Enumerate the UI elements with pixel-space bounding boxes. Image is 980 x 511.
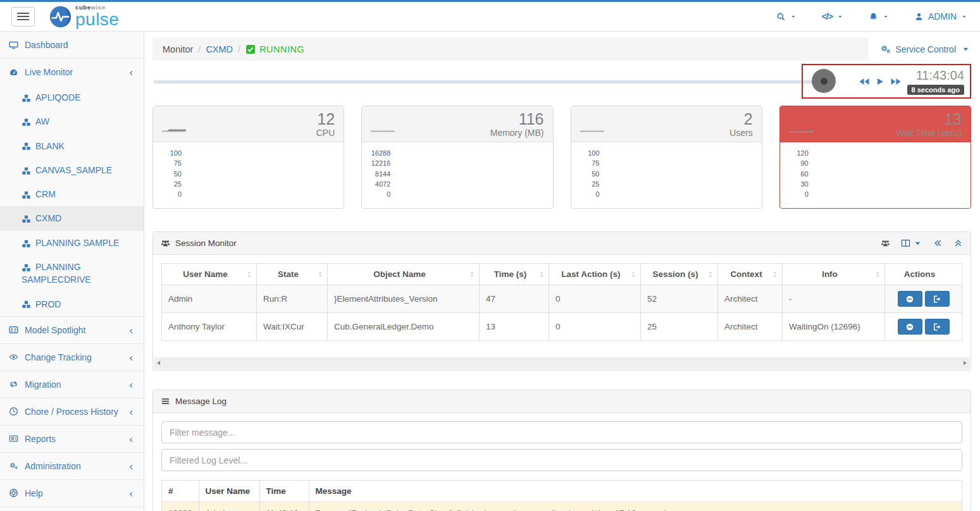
playback-time-block: 11:43:04 8 seconds ago <box>907 68 970 95</box>
search-icon <box>776 12 786 22</box>
sessions-users-icon[interactable] <box>881 238 890 248</box>
chevron-left-icon <box>128 491 135 498</box>
log-cell: 12696 <box>162 502 199 511</box>
eye-icon <box>9 352 18 362</box>
column-header-time-s-[interactable]: Time (s) <box>480 264 549 285</box>
user-menu-label: ADMIN <box>928 11 957 22</box>
column-header-state[interactable]: State <box>257 264 328 285</box>
sort-icon <box>874 271 881 278</box>
disconnect-session-button[interactable] <box>925 291 950 307</box>
sidebar-item-migration[interactable]: Migration <box>0 371 144 398</box>
sidebar-item-dashboard[interactable]: Dashboard <box>0 32 144 58</box>
column-label: State <box>278 269 299 279</box>
y-axis-label: 100 <box>170 149 182 157</box>
cancel-operation-button[interactable] <box>898 291 922 307</box>
breadcrumb-separator: / <box>238 44 240 54</box>
cubes-icon <box>22 263 31 273</box>
scroll-right-arrow[interactable] <box>963 360 967 366</box>
hamburger-menu-button[interactable] <box>11 7 35 27</box>
sort-icon <box>538 271 545 278</box>
collapse-left[interactable] <box>933 238 943 248</box>
code-menu[interactable]: </> <box>822 11 843 22</box>
session-cell: Wait:IXCur <box>257 313 328 341</box>
forward-button[interactable] <box>890 78 902 85</box>
search-menu[interactable] <box>776 12 797 22</box>
cubes-icon <box>22 190 31 200</box>
sidebar-instance-cxmd[interactable]: CXMD <box>0 206 144 230</box>
timeline-knob[interactable] <box>812 69 836 93</box>
column-header-object-name[interactable]: Object Name <box>328 264 480 285</box>
timeline-track[interactable] <box>154 80 823 83</box>
session-cell: - <box>783 285 885 313</box>
scroll-left-arrow[interactable] <box>156 360 161 366</box>
play-button[interactable] <box>876 78 884 85</box>
cancel-operation-button[interactable] <box>898 319 922 335</box>
sidebar-instance-planning-sample[interactable]: PLANNING SAMPLE <box>0 231 144 255</box>
sidebar-instance-prod[interactable]: PROD <box>0 292 144 316</box>
sidebar-item-live-monitor[interactable]: Live Monitor <box>0 58 144 85</box>
sidebar-item-reports[interactable]: Reports <box>0 425 144 452</box>
column-header-session-s-[interactable]: Session (s) <box>641 264 718 285</box>
y-axis-label: 16288 <box>371 149 391 157</box>
sparkline-chart <box>185 148 340 206</box>
sort-icon <box>316 271 324 278</box>
user-menu[interactable]: ADMIN <box>914 11 967 22</box>
column-label: Actions <box>904 269 936 279</box>
sidebar-instance-blank[interactable]: BLANK <box>0 134 144 158</box>
y-axis-label: 0 <box>595 190 599 198</box>
running-status-badge: RUNNING <box>245 44 304 54</box>
sidebar-item-label: Reports <box>25 434 56 444</box>
instance-label: APLIQODE <box>35 92 81 102</box>
y-axis-labels: 1628812216814440720 <box>364 148 394 206</box>
sidebar-instance-canvas-sample[interactable]: CANVAS_SAMPLE <box>0 158 144 182</box>
message-log-title-text: Message Log <box>175 397 226 406</box>
service-control-button[interactable]: Service Control <box>880 44 971 54</box>
topbar-right: </>ADMIN <box>776 11 967 22</box>
card-meta: 12CPU <box>316 110 335 139</box>
chevron-left-icon <box>128 436 135 443</box>
breadcrumb-cxmd[interactable]: CXMD <box>206 44 233 54</box>
sidebar-instance-apliqode[interactable]: APLIQODE <box>0 85 144 109</box>
monitor-icon <box>9 40 18 50</box>
card-sparkline: 1007550250 <box>571 142 762 208</box>
session-row: AdminRun:R}ElementAttributes_Version4705… <box>162 285 962 313</box>
y-axis-label: 120 <box>797 149 808 157</box>
sidebar-item-administration[interactable]: Administration <box>0 452 144 479</box>
message-log-header: Message Log <box>153 390 971 413</box>
y-axis-label: 50 <box>174 170 182 178</box>
session-monitor-hscrollbar[interactable] <box>154 357 970 369</box>
metric-card-users: 2Users1007550250 <box>571 106 762 209</box>
column-header-last-action-s-[interactable]: Last Action (s) <box>549 264 641 285</box>
sidebar-instance-planning-samplecdrive[interactable]: PLANNING SAMPLECDRIVE <box>0 255 144 292</box>
card-meta: 13Wait Time (secs) <box>896 110 962 139</box>
columns-toggle[interactable] <box>901 238 922 248</box>
collapse-up[interactable] <box>953 238 963 248</box>
log-level-filter-input[interactable] <box>161 449 962 471</box>
message-filter-input[interactable] <box>161 421 962 443</box>
column-header-info[interactable]: Info <box>783 264 885 285</box>
sidebar-item-help[interactable]: Help <box>0 479 144 507</box>
sidebar-item-chore-process-history[interactable]: Chore / Process History <box>0 398 144 425</box>
column-label: Time (s) <box>494 269 527 279</box>
sidebar-item-model-spotlight[interactable]: Model Spotlight <box>0 316 144 343</box>
disconnect-session-button[interactable] <box>925 319 950 335</box>
chevron-left-icon <box>128 355 135 362</box>
sidebar-item-about[interactable]: About <box>0 507 144 511</box>
chevron-left-icon <box>128 70 135 77</box>
column-header-user-name[interactable]: User Name <box>162 264 257 285</box>
session-monitor-tools <box>881 238 963 248</box>
y-axis-label: 0 <box>387 190 390 198</box>
sidebar-instance-crm[interactable]: CRM <box>0 182 144 206</box>
instance-label: AW <box>35 116 49 126</box>
sort-icon <box>707 271 714 278</box>
card-value: 13 <box>896 110 962 128</box>
sidebar-item-change-tracking[interactable]: Change Tracking <box>0 343 144 371</box>
heart-icon <box>162 113 186 135</box>
notifications-menu[interactable] <box>869 12 889 22</box>
rewind-button[interactable] <box>859 78 870 85</box>
card-value: 116 <box>490 110 544 128</box>
log-cell: Process "Bedrock.Cube.Data.Clear": finis… <box>309 502 962 511</box>
column-header-context[interactable]: Context <box>718 264 783 285</box>
sidebar-instance-aw[interactable]: AW <box>0 109 144 133</box>
pulse-logo[interactable]: cubewise pulse <box>49 4 119 28</box>
